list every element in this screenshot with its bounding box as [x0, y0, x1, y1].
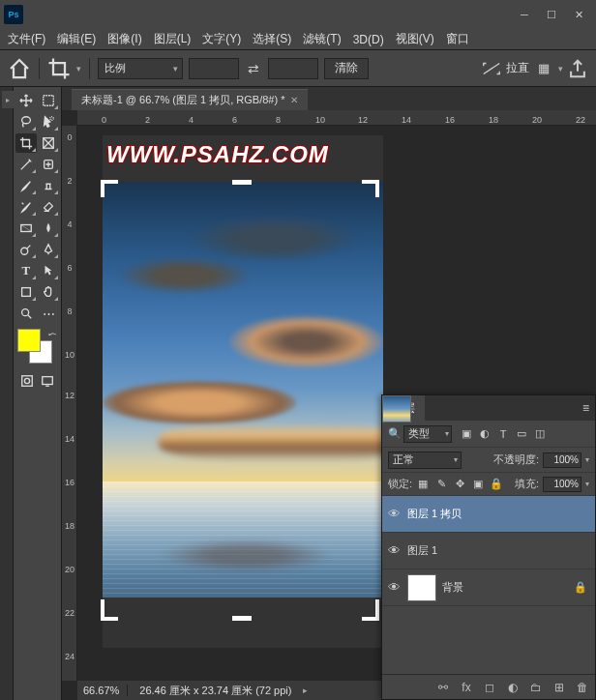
menu-type[interactable]: 文字(Y) — [196, 29, 247, 49]
layer-thumb[interactable] — [382, 395, 411, 423]
close-tab-icon[interactable]: ✕ — [290, 95, 298, 105]
window-close[interactable]: ✕ — [565, 0, 592, 29]
overlay-options-icon[interactable]: ▦ — [533, 58, 554, 79]
marquee-tool[interactable] — [39, 91, 60, 110]
window-maximize[interactable]: ☐ — [538, 0, 565, 29]
home-icon[interactable] — [8, 57, 31, 80]
image-canvas[interactable] — [103, 182, 383, 598]
delete-layer-icon[interactable]: 🗑 — [574, 679, 591, 696]
visibility-toggle[interactable]: 👁 — [386, 580, 402, 595]
document-tab[interactable]: 未标题-1 @ 66.7% (图层 1 拷贝, RGB/8#) * ✕ — [72, 89, 308, 110]
path-select-tool[interactable] — [39, 261, 60, 280]
quick-select-tool[interactable] — [39, 112, 60, 131]
filter-pixel-icon[interactable]: ▣ — [460, 427, 473, 441]
lock-transparency-icon[interactable]: ▦ — [416, 478, 430, 491]
move-tool[interactable] — [15, 91, 37, 110]
crop-handle-br[interactable] — [362, 617, 379, 621]
status-caret-icon[interactable]: ▸ — [303, 685, 308, 695]
frame-tool[interactable] — [39, 133, 60, 153]
lasso-tool[interactable] — [15, 112, 37, 131]
filter-shape-icon[interactable]: ▭ — [515, 427, 528, 441]
dodge-tool[interactable] — [15, 240, 37, 259]
ruler-vertical[interactable]: 0 2 4 6 8 10 12 14 16 18 20 22 24 — [62, 126, 77, 681]
crop-handle-bl[interactable] — [101, 617, 118, 621]
layer-name[interactable]: 图层 1 — [407, 543, 437, 558]
crop-tool-icon[interactable] — [47, 57, 71, 80]
history-brush-tool[interactable] — [15, 197, 37, 217]
layer-name[interactable]: 图层 1 拷贝 — [407, 507, 462, 521]
crop-handle-bottom[interactable] — [232, 616, 252, 621]
edit-toolbar[interactable]: ⋯ — [39, 304, 60, 323]
toolbar: T ⋯ ⤺ — [14, 87, 62, 700]
menu-file[interactable]: 文件(F) — [2, 29, 51, 49]
menu-3d[interactable]: 3D(D) — [347, 31, 390, 48]
lock-position-icon[interactable]: ✥ — [453, 478, 466, 491]
eyedropper-tool[interactable] — [15, 155, 37, 174]
gradient-tool[interactable] — [15, 219, 37, 238]
filter-adjust-icon[interactable]: ◐ — [478, 427, 492, 441]
crop-height-input[interactable] — [268, 58, 318, 79]
blur-tool[interactable] — [39, 219, 60, 238]
color-swatch[interactable]: ⤺ — [17, 329, 58, 364]
type-tool[interactable]: T — [15, 261, 37, 280]
layer-row[interactable]: 👁 图层 1 拷贝 — [382, 496, 595, 533]
opacity-value[interactable]: 100% — [543, 452, 581, 468]
eraser-tool[interactable] — [39, 197, 60, 217]
svg-rect-9 — [22, 376, 33, 387]
crop-handle-top[interactable] — [232, 180, 252, 185]
swap-dimensions-icon[interactable]: ⇄ — [245, 60, 262, 77]
lock-artboard-icon[interactable]: ▣ — [471, 478, 485, 491]
swap-colors-icon[interactable]: ⤺ — [48, 329, 56, 339]
filter-type-icon[interactable]: T — [496, 427, 510, 441]
straighten-icon[interactable] — [481, 58, 502, 79]
filter-smart-icon[interactable]: ◫ — [533, 427, 547, 441]
lock-all-icon[interactable]: 🔒 — [490, 478, 503, 491]
dock-collapse-icon[interactable]: ▸ — [2, 91, 14, 108]
shape-tool[interactable] — [15, 282, 37, 302]
layer-filter-select[interactable]: 类型 — [403, 425, 452, 443]
search-icon: 🔍 — [388, 427, 402, 440]
fill-value[interactable]: 100% — [543, 477, 581, 492]
new-layer-icon[interactable]: ⊞ — [551, 679, 568, 696]
menu-filter[interactable]: 滤镜(T) — [297, 29, 346, 49]
menu-image[interactable]: 图像(I) — [102, 29, 147, 49]
crop-ratio-select[interactable]: 比例 — [98, 58, 183, 79]
lock-pixels-icon[interactable]: ✎ — [434, 478, 448, 491]
blend-mode-select[interactable]: 正常 — [388, 452, 462, 469]
menu-edit[interactable]: 编辑(E) — [51, 29, 102, 49]
svg-point-10 — [24, 378, 29, 383]
crop-width-input[interactable] — [189, 58, 239, 79]
visibility-toggle[interactable]: 👁 — [386, 507, 402, 521]
clone-stamp-tool[interactable] — [39, 176, 60, 195]
menu-window[interactable]: 窗口 — [440, 29, 475, 49]
window-minimize[interactable]: ─ — [511, 0, 538, 29]
menu-select[interactable]: 选择(S) — [247, 29, 297, 49]
zoom-tool[interactable] — [15, 304, 37, 323]
pen-tool[interactable] — [39, 240, 60, 259]
crop-tool[interactable] — [15, 133, 37, 153]
svg-rect-7 — [21, 288, 30, 297]
menu-layer[interactable]: 图层(L) — [148, 29, 197, 49]
panel-menu-icon[interactable]: ≡ — [577, 401, 595, 415]
brush-tool[interactable] — [15, 176, 37, 195]
quick-mask-icon[interactable] — [17, 371, 37, 391]
healing-brush-tool[interactable] — [39, 155, 60, 174]
zoom-level[interactable]: 66.67% — [83, 685, 128, 696]
link-layers-icon[interactable]: ⚯ — [434, 679, 452, 696]
layer-row[interactable]: 👁 图层 1 — [382, 533, 595, 569]
visibility-toggle[interactable]: 👁 — [386, 543, 402, 558]
ruler-horizontal[interactable]: 0 2 4 6 8 10 12 14 16 18 20 22 — [77, 110, 596, 126]
screen-mode-icon[interactable] — [39, 371, 58, 391]
layer-thumb[interactable] — [407, 574, 436, 601]
layer-mask-icon[interactable]: ◻ — [481, 679, 498, 696]
menu-view[interactable]: 视图(V) — [390, 29, 440, 49]
layer-style-icon[interactable]: fx — [458, 679, 475, 696]
layer-name[interactable]: 背景 — [442, 580, 463, 595]
foreground-color[interactable] — [17, 329, 41, 352]
layer-row[interactable]: 👁 背景 🔒 — [382, 569, 595, 606]
adjustment-layer-icon[interactable]: ◐ — [504, 679, 522, 696]
layer-group-icon[interactable]: 🗀 — [527, 679, 545, 696]
hand-tool[interactable] — [39, 282, 60, 302]
clear-button[interactable]: 清除 — [324, 58, 369, 79]
share-icon[interactable] — [567, 58, 588, 79]
